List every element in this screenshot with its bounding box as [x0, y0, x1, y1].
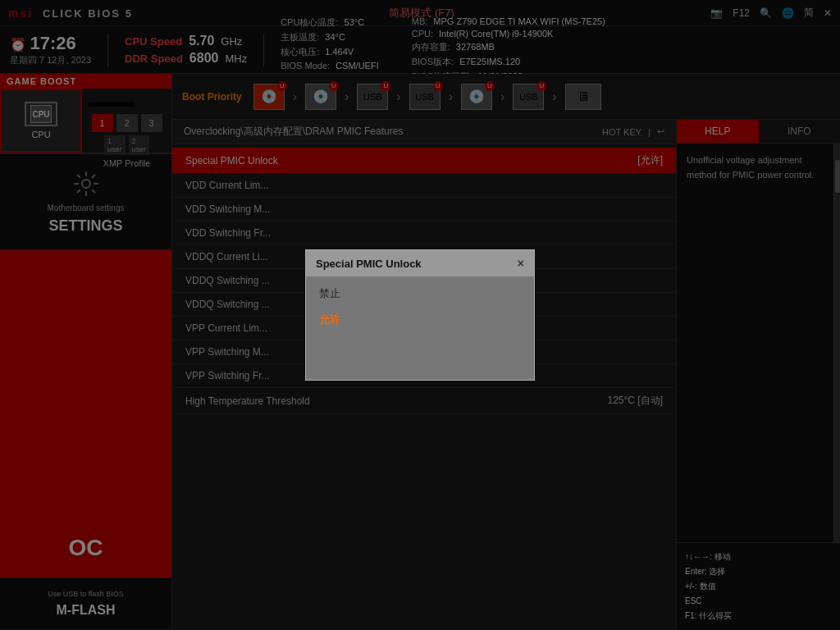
dialog-overlay: Special PMIC Unlock × 禁止 允许 [0, 0, 840, 630]
dialog-option-enable[interactable]: 允许 [306, 307, 534, 333]
dialog-close-button[interactable]: × [518, 257, 524, 270]
dialog-body: 禁止 允许 [306, 277, 534, 380]
dialog-option-disable[interactable]: 禁止 [306, 281, 534, 307]
dialog-box: Special PMIC Unlock × 禁止 允许 [305, 249, 535, 381]
dialog-title: Special PMIC Unlock [316, 258, 422, 270]
dialog-title-bar: Special PMIC Unlock × [306, 250, 534, 277]
